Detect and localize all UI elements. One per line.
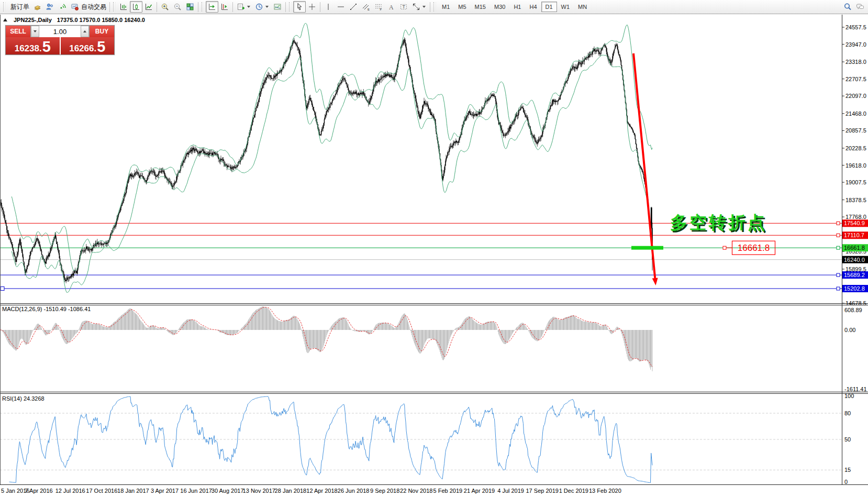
chart-canvas[interactable]: 16661.8多空转折点多空转折点24557.523947.023318.022… (0, 0, 868, 497)
volume-decrease-button[interactable] (31, 26, 39, 37)
svg-text:T: T (403, 4, 406, 9)
buy-price[interactable]: 16266. 5 (60, 37, 115, 54)
svg-text:16661.8: 16661.8 (738, 243, 770, 253)
svg-text:1 Dec 2019: 1 Dec 2019 (559, 488, 588, 494)
tab-timeframe-m1[interactable]: M1 (438, 2, 454, 12)
gold-page-icon-button[interactable] (31, 1, 43, 13)
candlestick-chart-icon (131, 2, 141, 12)
line-chart-button[interactable] (142, 1, 155, 13)
equidistant-channel-icon: E (361, 2, 371, 12)
equidistant-channel-button[interactable]: E (360, 1, 372, 13)
text-icon: A (386, 2, 396, 12)
svg-text:100: 100 (844, 393, 854, 399)
svg-text:21 Apr 2019: 21 Apr 2019 (464, 488, 495, 494)
svg-text:15202.8: 15202.8 (844, 285, 865, 292)
periods-button[interactable] (253, 1, 271, 13)
new-order-button[interactable]: 新订单 (7, 1, 31, 13)
toolbar-grip (113, 2, 116, 12)
collapse-icon[interactable] (3, 18, 7, 21)
triangle-down-icon (34, 30, 37, 32)
svg-text:18 Jan 2017: 18 Jan 2017 (117, 488, 149, 494)
svg-text:4 Jul 2019: 4 Jul 2019 (497, 488, 524, 494)
tile-windows-button[interactable] (184, 1, 196, 13)
toolbar-separator (109, 2, 110, 12)
date-axis[interactable]: 5 Jan 20167 Apr 201612 Jul 201617 Oct 20… (1, 488, 621, 494)
svg-text:E: E (368, 8, 370, 11)
search-button[interactable] (841, 1, 854, 13)
tab-timeframe-m5[interactable]: M5 (454, 2, 470, 12)
svg-text:17 Sep 2019: 17 Sep 2019 (526, 488, 559, 494)
svg-text:13 Feb 2020: 13 Feb 2020 (589, 488, 621, 494)
autotrading-icon (70, 2, 80, 12)
svg-text:A: A (389, 4, 394, 11)
fibonacci-button[interactable]: F (372, 1, 385, 13)
crosshair-button[interactable] (306, 1, 318, 13)
volume-increase-button[interactable] (81, 26, 89, 37)
text-button[interactable]: A (385, 1, 397, 13)
text-label-button[interactable]: T (397, 1, 410, 13)
svg-text:16 Jun 2017: 16 Jun 2017 (180, 488, 212, 494)
svg-text:多空转折点: 多空转折点 (670, 213, 767, 232)
svg-text:19007.5: 19007.5 (845, 179, 866, 185)
chart-window: 16661.8多空转折点多空转折点24557.523947.023318.022… (0, 0, 868, 497)
vertical-line-button[interactable] (322, 1, 335, 13)
highlight-bar[interactable] (631, 246, 663, 250)
toolbar-separator (430, 2, 430, 12)
tab-timeframe-m30[interactable]: M30 (490, 2, 509, 12)
sell-price[interactable]: 16238. 5 (6, 37, 60, 54)
tab-timeframe-h4[interactable]: H4 (525, 2, 541, 12)
buy-button[interactable]: BUY (90, 26, 114, 37)
tab-timeframe-mn[interactable]: MN (574, 2, 591, 12)
zoom-in-button[interactable] (159, 1, 171, 13)
profiles-button[interactable] (43, 1, 56, 13)
trendline-button[interactable] (347, 1, 360, 13)
trendline-icon (349, 2, 358, 12)
autotrading-button[interactable]: 自动交易 (69, 1, 108, 13)
bar-chart-button[interactable] (117, 1, 130, 13)
svg-text:18378.5: 18378.5 (845, 197, 866, 203)
buy-price-big-digit: 5 (97, 41, 105, 53)
buy-price-main: 16266. (69, 44, 96, 53)
horizontal-line-button[interactable] (335, 1, 347, 13)
signals-button[interactable] (56, 1, 69, 13)
tab-timeframe-d1[interactable]: D1 (541, 2, 557, 12)
zoom-out-button[interactable] (171, 1, 184, 13)
search-icon (843, 2, 852, 12)
svg-text:9 Sep 2018: 9 Sep 2018 (370, 488, 399, 494)
sell-price-big-digit: 5 (42, 41, 51, 53)
template-icon (273, 2, 282, 12)
svg-text:19618.0: 19618.0 (845, 162, 866, 169)
volume-box: 1.00 (30, 26, 90, 37)
candlestick-chart-button[interactable] (130, 1, 142, 13)
volume-input[interactable]: 1.00 (39, 26, 81, 37)
toolbar-separator (198, 2, 198, 12)
tab-timeframe-h1[interactable]: H1 (509, 2, 525, 12)
svg-text:12 Apr 2018: 12 Apr 2018 (306, 488, 337, 494)
auto-scroll-button[interactable] (206, 1, 218, 13)
arrows-button[interactable] (410, 1, 428, 13)
svg-text:26 Jun 2018: 26 Jun 2018 (338, 488, 370, 494)
svg-text:16240.0: 16240.0 (844, 257, 865, 263)
zoom-out-icon (173, 2, 182, 12)
svg-text:30 Aug 2017: 30 Aug 2017 (212, 488, 244, 494)
chart-shift-button[interactable] (218, 1, 231, 13)
cursor-button[interactable] (293, 1, 306, 13)
one-click-trading-panel: SELL 1.00 BUY 16238. 5 16266. 5 (5, 25, 115, 55)
turning-point-annotation[interactable]: 多空转折点多空转折点 (670, 213, 769, 234)
ohlc-values: 17375.0 17570.0 15850.0 16240.0 (57, 17, 145, 23)
toolbar-separator (320, 2, 320, 12)
chat-button[interactable] (854, 1, 866, 13)
sell-price-main: 16238. (15, 44, 42, 53)
tab-timeframe-w1[interactable]: W1 (557, 2, 574, 12)
svg-text:22 Nov 2018: 22 Nov 2018 (400, 488, 432, 494)
template-button[interactable] (271, 1, 284, 13)
horizontal-line-icon (336, 2, 346, 12)
svg-text:17 Oct 2016: 17 Oct 2016 (86, 488, 117, 494)
tab-timeframe-m15[interactable]: M15 (471, 2, 490, 12)
auto-scroll-icon (207, 2, 217, 12)
sell-button[interactable]: SELL (6, 26, 30, 37)
toolbar-grip (289, 2, 292, 12)
toolbar-grip (3, 2, 6, 12)
add-indicator-button[interactable] (235, 1, 253, 13)
svg-text:23947.0: 23947.0 (845, 41, 866, 48)
